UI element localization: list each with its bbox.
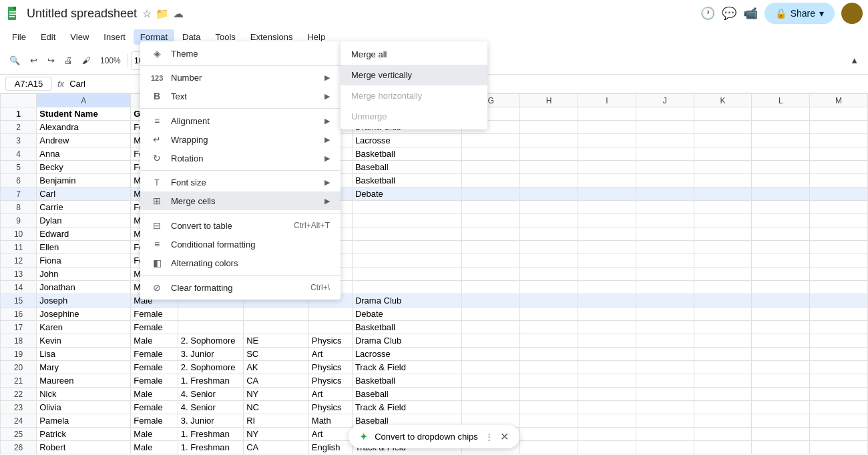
toolbar-search[interactable]: 🔍 xyxy=(5,53,24,68)
format-alternating[interactable]: ◧ Alternating colors xyxy=(140,254,341,272)
cell-19-10[interactable] xyxy=(694,348,752,361)
cell-11-12[interactable] xyxy=(810,241,868,254)
cell-10-9[interactable] xyxy=(636,228,694,241)
cell-26-2[interactable]: 1. Freshman xyxy=(178,441,243,454)
cell-9-7[interactable] xyxy=(520,214,578,228)
cell-3-8[interactable] xyxy=(578,134,636,147)
cell-11-10[interactable] xyxy=(694,241,752,254)
cell-20-5[interactable]: Track & Field xyxy=(352,361,461,374)
format-conditional[interactable]: ≡ Conditional formatting xyxy=(140,235,341,254)
cell-8-9[interactable] xyxy=(636,201,694,214)
cell-18-0[interactable]: Kevin xyxy=(37,334,131,348)
cell-6-5[interactable]: Basketball xyxy=(352,174,461,187)
cell-24-2[interactable]: 3. Junior xyxy=(178,414,243,428)
cell-13-12[interactable] xyxy=(810,268,868,281)
cell-22-5[interactable]: Baseball xyxy=(352,388,461,401)
cell-9-0[interactable]: Dylan xyxy=(37,214,131,228)
cell-17-0[interactable]: Karen xyxy=(37,321,131,334)
cell-12-0[interactable]: Fiona xyxy=(37,254,131,268)
cell-22-4[interactable]: Art xyxy=(308,388,352,401)
cell-8-10[interactable] xyxy=(694,201,752,214)
cell-5-9[interactable] xyxy=(636,161,694,174)
cell-13-5[interactable] xyxy=(352,268,461,281)
cell-11-6[interactable] xyxy=(462,241,520,254)
format-number[interactable]: 123 Number xyxy=(140,69,341,87)
cell-25-11[interactable] xyxy=(752,428,810,441)
format-text[interactable]: B Text xyxy=(140,87,341,105)
cell-24-0[interactable]: Pamela xyxy=(37,414,131,428)
cell-4-5[interactable]: Basketball xyxy=(352,147,461,161)
cell-12-12[interactable] xyxy=(810,254,868,268)
cell-14-6[interactable] xyxy=(462,281,520,294)
cell-17-3[interactable] xyxy=(244,321,309,334)
cell-20-12[interactable] xyxy=(810,361,868,374)
cell-18-3[interactable]: NE xyxy=(244,334,309,348)
cell-22-9[interactable] xyxy=(636,388,694,401)
cell-18-2[interactable]: 2. Sophomore xyxy=(178,334,243,348)
cell-3-11[interactable] xyxy=(752,134,810,147)
cell-21-10[interactable] xyxy=(694,374,752,388)
cell-24-10[interactable] xyxy=(694,414,752,428)
cell-6-0[interactable]: Benjamin xyxy=(37,174,131,187)
cell-18-7[interactable] xyxy=(520,334,578,348)
format-rotation[interactable]: ↻ Rotation xyxy=(140,149,341,167)
menu-view[interactable]: View xyxy=(63,29,95,45)
cell-20-11[interactable] xyxy=(752,361,810,374)
cell-12-6[interactable] xyxy=(462,254,520,268)
cell-16-9[interactable] xyxy=(636,308,694,321)
cell-17-2[interactable] xyxy=(178,321,243,334)
cell-20-0[interactable]: Mary xyxy=(37,361,131,374)
cell-9-12[interactable] xyxy=(810,214,868,228)
cell-23-10[interactable] xyxy=(694,401,752,414)
cell-18-10[interactable] xyxy=(694,334,752,348)
cell-22-7[interactable] xyxy=(520,388,578,401)
cell-16-11[interactable] xyxy=(752,308,810,321)
cell-4-11[interactable] xyxy=(752,147,810,161)
cell-14-5[interactable] xyxy=(352,281,461,294)
cell-14-11[interactable] xyxy=(752,281,810,294)
star-icon[interactable]: ☆ xyxy=(142,7,152,20)
cell-16-10[interactable] xyxy=(694,308,752,321)
cell-4-8[interactable] xyxy=(578,147,636,161)
cell-16-1[interactable]: Female xyxy=(131,308,178,321)
cell-3-10[interactable] xyxy=(694,134,752,147)
cell-13-9[interactable] xyxy=(636,268,694,281)
merge-all[interactable]: Merge all xyxy=(341,44,487,65)
cell-12-8[interactable] xyxy=(578,254,636,268)
cell-9-9[interactable] xyxy=(636,214,694,228)
cell-17-11[interactable] xyxy=(752,321,810,334)
cell-26-11[interactable] xyxy=(752,441,810,454)
toolbar-collapse[interactable]: ▲ xyxy=(846,53,863,68)
cell-8-7[interactable] xyxy=(520,201,578,214)
cell-16-12[interactable] xyxy=(810,308,868,321)
cell-17-5[interactable]: Basketball xyxy=(352,321,461,334)
cell-22-12[interactable] xyxy=(810,388,868,401)
history-icon[interactable]: 🕐 xyxy=(700,6,715,21)
cell-23-3[interactable]: NC xyxy=(244,401,309,414)
merge-vertically[interactable]: Merge vertically xyxy=(341,65,487,85)
cell-12-5[interactable] xyxy=(352,254,461,268)
cell-5-0[interactable]: Becky xyxy=(37,161,131,174)
cell-21-12[interactable] xyxy=(810,374,868,388)
cell-6-11[interactable] xyxy=(752,174,810,187)
cell-15-5[interactable]: Drama Club xyxy=(352,294,461,308)
cell-22-2[interactable]: 4. Senior xyxy=(178,388,243,401)
format-merge-cells[interactable]: ⊞ Merge cells xyxy=(140,191,341,210)
video-icon[interactable]: 📹 xyxy=(743,6,758,21)
cell-14-7[interactable] xyxy=(520,281,578,294)
chips-label[interactable]: Convert to dropdown chips xyxy=(375,432,478,442)
cell-10-5[interactable] xyxy=(352,228,461,241)
cell-23-4[interactable]: Physics xyxy=(308,401,352,414)
cell-23-2[interactable]: 4. Senior xyxy=(178,401,243,414)
cell-19-8[interactable] xyxy=(578,348,636,361)
format-convert-table[interactable]: ⊟ Convert to table Ctrl+Alt+T xyxy=(140,216,341,235)
cell-2-0[interactable]: Alexandra xyxy=(37,121,131,134)
cell-26-10[interactable] xyxy=(694,441,752,454)
cell-19-1[interactable]: Female xyxy=(131,348,178,361)
cell-10-10[interactable] xyxy=(694,228,752,241)
cell-23-0[interactable]: Olivia xyxy=(37,401,131,414)
col-header-k[interactable]: K xyxy=(694,94,752,107)
cell-4-10[interactable] xyxy=(694,147,752,161)
chips-close-icon[interactable]: ✕ xyxy=(500,430,509,443)
col-header-l[interactable]: L xyxy=(752,94,810,107)
